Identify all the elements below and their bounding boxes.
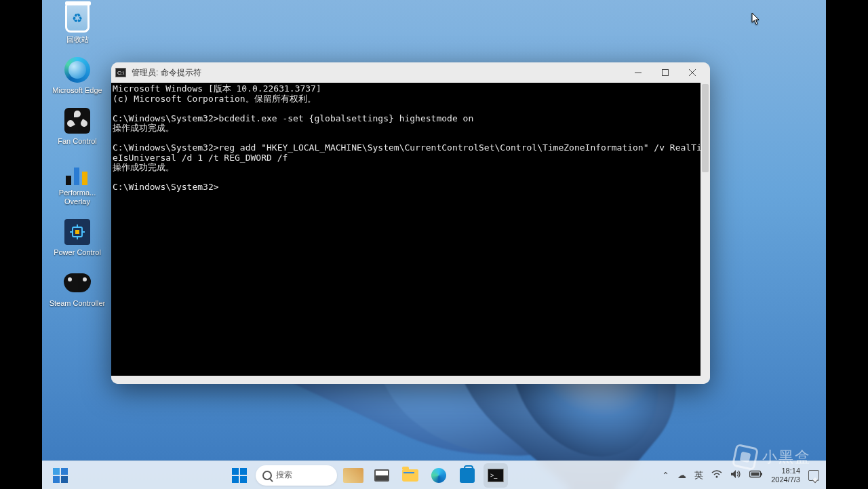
cmd-icon: >_ [488,469,504,482]
start-button[interactable] [227,463,252,488]
cmd-window-footer [111,376,710,384]
minimize-button[interactable] [625,62,652,83]
desktop-icon-steam-controller[interactable]: Steam Controller [49,269,106,308]
widgets-icon [53,468,68,483]
desktop-icon-label: Microsoft Edge [49,86,106,95]
desktop-icon-label: Performa... Overlay [49,189,106,206]
desktop-icons-column: ♻ 回收站 Microsoft Edge Fan Control [49,5,106,320]
fan-icon [64,108,90,134]
edge-icon [64,57,90,83]
task-view-button[interactable] [370,463,394,488]
gamepad-icon [64,273,91,292]
cmd-title: 管理员: 命令提示符 [132,67,201,79]
taskbar-explorer[interactable] [398,463,422,488]
tray-overflow-button[interactable]: ⌄ [662,470,669,480]
cmd-window[interactable]: C:\ 管理员: 命令提示符 Microsoft Windows [版本 10.… [111,62,710,384]
svg-rect-13 [761,473,762,475]
watermark-logo-icon [732,444,759,471]
desktop-icon-power-control[interactable]: Power Control [49,218,106,257]
taskbar-edge[interactable] [427,463,451,488]
letterbox: ♻ 回收站 Microsoft Edge Fan Control [0,0,868,489]
taskbar-search[interactable]: 搜索 [256,465,337,486]
desktop-icon-edge[interactable]: Microsoft Edge [49,56,106,95]
cmd-terminal-output[interactable]: Microsoft Windows [版本 10.0.22631.3737] (… [111,83,710,376]
notifications-button[interactable] [808,470,819,481]
watermark: 小黑盒 [734,446,811,469]
art-thumbnail-icon [343,468,363,483]
cpu-icon [64,219,90,245]
edge-icon [431,468,446,483]
battery-icon[interactable] [749,470,763,480]
svg-point-10 [716,476,718,478]
desktop-icon-fan-control[interactable]: Fan Control [49,107,106,146]
desktop-icon-recycle-bin[interactable]: ♻ 回收站 [49,5,106,44]
cmd-titlebar[interactable]: C:\ 管理员: 命令提示符 [111,62,710,83]
bar-chart-icon [64,159,90,185]
desktop-icon-label: 回收站 [49,35,106,44]
taskbar: 搜索 >_ ⌄ ☁ 英 [42,461,826,489]
desktop-screen: ♻ 回收站 Microsoft Edge Fan Control [42,0,826,489]
store-icon [460,468,475,483]
taskbar-store[interactable] [455,463,479,488]
search-placeholder: 搜索 [276,469,292,481]
desktop-icon-label: Fan Control [49,137,106,146]
cmd-scrollbar[interactable] [701,83,710,376]
onedrive-icon[interactable]: ☁ [677,470,686,480]
svg-rect-12 [751,473,760,476]
windows-logo-icon [232,468,247,483]
ime-indicator[interactable]: 英 [694,469,703,482]
close-button[interactable] [679,62,706,83]
desktop-icon-label: Power Control [49,248,106,257]
cmd-scrollbar-thumb[interactable] [702,84,709,172]
mouse-cursor [751,12,761,26]
search-icon [262,471,272,480]
wifi-icon[interactable] [711,470,722,480]
maximize-button[interactable] [652,62,679,83]
taskbar-clock[interactable]: 18:14 2024/7/3 [771,467,800,483]
desktop-icon-performance-overlay[interactable]: Performa... Overlay [49,159,106,206]
clock-date: 2024/7/3 [771,475,800,484]
widgets-button[interactable] [48,463,73,488]
desktop-icon-label: Steam Controller [49,299,106,308]
folder-icon [402,469,418,482]
svg-rect-1 [75,230,79,234]
svg-rect-7 [663,70,669,76]
task-view-icon [374,469,389,482]
taskbar-cmd[interactable]: >_ [484,463,508,488]
watermark-text: 小黑盒 [762,447,811,467]
taskbar-art-item[interactable] [341,463,366,488]
volume-icon[interactable] [730,469,741,481]
cmd-icon: C:\ [115,68,126,77]
recycle-bin-icon: ♻ [65,5,90,33]
